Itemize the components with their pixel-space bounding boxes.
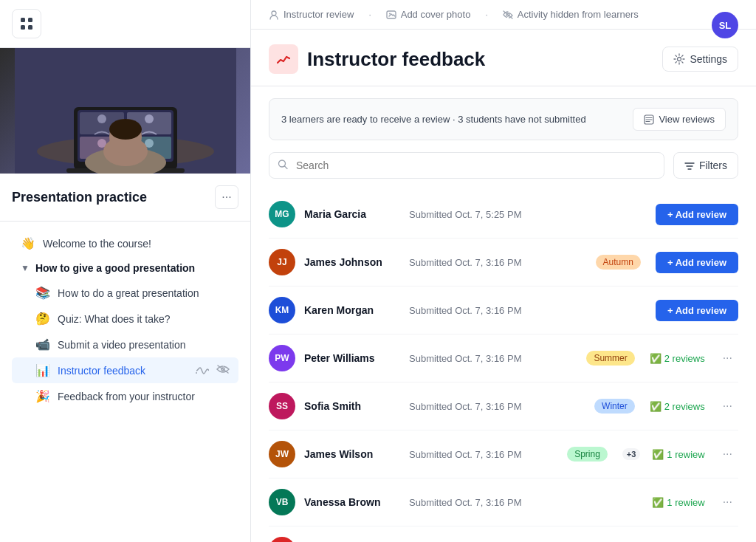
- settings-icon: [673, 53, 685, 65]
- review-count: 1 rewiew: [667, 497, 704, 508]
- grid-icon-button[interactable]: [12, 9, 41, 38]
- sidebar-item-presentation-label: How to do a great presentation: [58, 287, 199, 299]
- filter-icon: [684, 160, 695, 171]
- review-done: ✅2 reviews: [650, 401, 705, 412]
- course-title: Presentation practice: [12, 190, 147, 205]
- svg-rect-2: [21, 25, 25, 30]
- review-count: 2 reviews: [664, 401, 705, 412]
- check-circle-icon: ✅: [650, 401, 662, 412]
- more-options-button[interactable]: ···: [717, 445, 738, 464]
- view-reviews-button[interactable]: View reviews: [633, 108, 726, 131]
- check-circle-icon: ✅: [650, 353, 662, 364]
- user-avatar[interactable]: SL: [712, 12, 738, 38]
- student-submitted: Submitted Oct. 7, 3:16 PM: [409, 497, 643, 508]
- topbar: Instructor review · Add cover photo · Ac…: [251, 0, 756, 30]
- more-options-button[interactable]: ···: [717, 493, 738, 512]
- table-row: KMKaren MorganSubmitted Oct. 7, 3:16 PM+…: [269, 287, 738, 335]
- filters-label: Filters: [699, 159, 727, 171]
- separator2: ·: [485, 10, 487, 20]
- sidebar-section-header[interactable]: ▼ How to give a good presentation: [12, 256, 238, 280]
- add-cover-icon: [386, 10, 396, 20]
- student-name: James Wilson: [304, 448, 400, 460]
- wave-emoji: 👋: [21, 236, 35, 250]
- sidebar-item-feedback-label: Instructor feedback: [58, 365, 145, 377]
- avatar: PW: [269, 345, 295, 371]
- sidebar-item-quiz-label: Quiz: What does it take?: [58, 313, 171, 325]
- book-emoji: 📚: [35, 286, 50, 300]
- review-count: 2 reviews: [664, 353, 705, 364]
- avatar: VB: [269, 489, 295, 515]
- review-count: 1 rewiew: [667, 449, 704, 460]
- section-header-label: How to give a good presentation: [35, 262, 195, 274]
- add-review-button[interactable]: + Add review: [656, 252, 738, 273]
- avatar: JW: [269, 441, 295, 467]
- sidebar-item-welcome-label: Welcome to the course!: [43, 238, 151, 250]
- extra-badge: +3: [622, 448, 641, 460]
- student-name: James Johnson: [304, 256, 400, 268]
- students-list: MGMaria GarciaSubmitted Oct. 7, 5:25 PM+…: [251, 191, 756, 542]
- topbar-activity-hidden-label: Activity hidden from learners: [518, 9, 639, 20]
- svg-point-25: [389, 13, 391, 14]
- svg-point-23: [272, 11, 276, 16]
- more-options-button[interactable]: ···: [717, 397, 738, 416]
- sidebar-item-quiz[interactable]: 🤔 Quiz: What does it take?: [12, 306, 238, 332]
- student-name: Sofia Smith: [304, 400, 400, 412]
- topbar-add-cover-label: Add cover photo: [401, 9, 471, 20]
- sidebar-item-video-label: Submit a video presentation: [58, 339, 186, 351]
- cohort-badge: Summer: [586, 351, 634, 366]
- avatar: MG: [269, 201, 295, 227]
- course-more-button[interactable]: ···: [215, 185, 238, 209]
- page-title: Instructor feedback: [307, 48, 485, 71]
- user-initials: SL: [719, 20, 732, 31]
- topbar-instructor-review-label: Instructor review: [284, 9, 354, 20]
- chevron-down-icon: ▼: [21, 263, 30, 273]
- student-name: Vanessa Brown: [304, 496, 400, 508]
- sidebar-item-feedback2-label: Feedback from your instructor: [58, 391, 195, 402]
- video-emoji: 📹: [35, 337, 50, 351]
- nav-section: 👋 Welcome to the course! ▼ How to give a…: [0, 222, 250, 418]
- svg-point-12: [97, 114, 106, 123]
- cohort-badge: Winter: [594, 399, 635, 414]
- sidebar-item-feedback[interactable]: 📊 Instructor feedback: [12, 357, 238, 383]
- party-emoji: 🎉: [35, 389, 50, 403]
- student-submitted: Submitted Oct. 7, 5:25 PM: [409, 209, 647, 220]
- table-row: VBVanessa BrownSubmitted Oct. 7, 3:16 PM…: [269, 478, 738, 526]
- svg-point-20: [109, 119, 142, 140]
- student-name: Karen Morgan: [304, 304, 400, 316]
- sidebar-item-video[interactable]: 📹 Submit a video presentation: [12, 332, 238, 357]
- table-row: JWJames WilsonSubmitted Oct. 7, 3:16 PMS…: [269, 430, 738, 478]
- topbar-instructor-review: Instructor review: [269, 9, 354, 20]
- sidebar-item-presentation[interactable]: 📚 How to do a great presentation: [12, 280, 238, 306]
- review-done: ✅2 reviews: [650, 353, 705, 364]
- student-submitted: Submitted Oct. 7, 3:16 PM: [409, 257, 587, 268]
- activity-hidden-icon: [503, 10, 513, 19]
- review-done: ✅1 rewiew: [652, 497, 704, 508]
- sidebar-item-welcome[interactable]: 👋 Welcome to the course!: [12, 230, 238, 256]
- sidebar-item-feedback2[interactable]: 🎉 Feedback from your instructor: [12, 383, 238, 409]
- filters-button[interactable]: Filters: [673, 152, 738, 179]
- check-circle-icon: ✅: [652, 497, 664, 508]
- check-circle-icon: ✅: [652, 449, 664, 460]
- page-header: Instructor feedback Settings: [251, 30, 756, 86]
- search-filters-row: Filters: [251, 152, 756, 191]
- student-submitted: Submitted Oct. 7, 3:16 PM: [409, 449, 558, 460]
- settings-button[interactable]: Settings: [662, 47, 738, 72]
- chart-emoji: 📊: [35, 363, 50, 377]
- separator: ·: [368, 10, 371, 20]
- student-submitted: Submitted Oct. 7, 3:16 PM: [409, 401, 585, 412]
- cohort-badge: Spring: [567, 447, 608, 462]
- table-row: PWPeter WilliamsSubmitted Oct. 7, 3:16 P…: [269, 335, 738, 383]
- add-review-button[interactable]: + Add review: [656, 300, 738, 321]
- svg-point-27: [678, 58, 681, 61]
- instructor-review-icon: [269, 10, 279, 20]
- search-input[interactable]: [269, 152, 664, 179]
- student-name: Maria Garcia: [304, 208, 400, 220]
- view-reviews-icon: [644, 114, 654, 125]
- avatar: JJ: [269, 249, 295, 275]
- svg-rect-24: [387, 11, 396, 18]
- more-options-button[interactable]: ···: [717, 349, 738, 368]
- status-banner: 3 learners are ready to receive a review…: [269, 98, 738, 140]
- topbar-activity-hidden: Activity hidden from learners: [503, 9, 639, 20]
- topbar-add-cover[interactable]: Add cover photo: [386, 9, 471, 20]
- add-review-button[interactable]: + Add review: [656, 204, 738, 225]
